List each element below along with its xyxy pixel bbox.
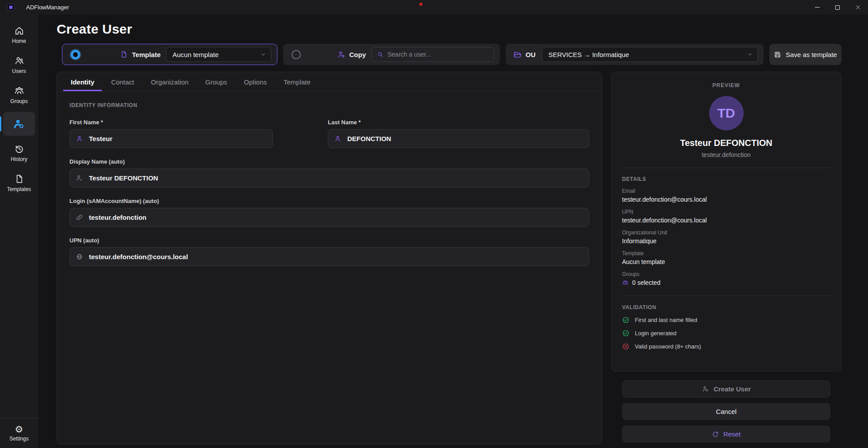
ou-label: OU xyxy=(526,51,536,58)
copy-source-card[interactable]: Copy xyxy=(283,44,500,65)
preview-title: PREVIEW xyxy=(622,82,830,88)
title-bar: ADFlowManager xyxy=(0,0,868,15)
x-circle-icon xyxy=(622,343,630,350)
tab-identity[interactable]: Identity xyxy=(63,73,102,91)
check-circle-icon xyxy=(622,316,630,324)
first-name-label: First Name * xyxy=(69,119,273,126)
sidebar-item-groups[interactable]: Groups xyxy=(3,82,35,108)
close-button[interactable] xyxy=(848,0,868,15)
user-add-icon xyxy=(702,385,709,393)
sidebar-item-templates[interactable]: Templates xyxy=(3,170,35,196)
sidebar-item-users[interactable]: Users xyxy=(3,52,35,78)
sidebar-item-create-user[interactable] xyxy=(3,112,35,136)
avatar: TD xyxy=(709,96,744,130)
validation-label: First and last name filled xyxy=(635,317,697,323)
document-icon xyxy=(120,50,128,58)
main-area: Create User Template Aucun template Copy xyxy=(38,15,868,448)
display-name-label: Display Name (auto) xyxy=(69,158,589,165)
sidebar-item-label: Templates xyxy=(7,186,31,192)
identity-section-title: IDENTITY INFORMATION xyxy=(69,102,589,108)
tab-template[interactable]: Template xyxy=(276,73,318,91)
close-icon xyxy=(855,4,861,10)
gear-icon: ⚙ xyxy=(15,425,23,434)
reset-button[interactable]: Reset xyxy=(622,425,830,443)
last-name-value: DEFONCTION xyxy=(347,135,391,142)
divider xyxy=(622,168,830,168)
validation-section-title: VALIDATION xyxy=(622,304,830,310)
sidebar-item-label: Groups xyxy=(10,98,27,104)
source-options-row: Template Aucun template Copy xyxy=(62,44,841,65)
page-title: Create User xyxy=(57,22,841,37)
minimize-button[interactable] xyxy=(807,0,827,15)
preview-login: testeur.defonction xyxy=(622,151,830,158)
sidebar-item-label: Settings xyxy=(9,436,28,442)
display-name-field[interactable]: Testeur DEFONCTION xyxy=(69,168,589,188)
sidebar-item-history[interactable]: History xyxy=(3,140,35,166)
home-icon xyxy=(14,26,24,36)
preview-column: PREVIEW TD Testeur DEFONCTION testeur.de… xyxy=(611,72,841,444)
preview-card: PREVIEW TD Testeur DEFONCTION testeur.de… xyxy=(611,72,841,371)
upn-label: UPN (auto) xyxy=(69,237,589,244)
copy-label: Copy xyxy=(350,51,366,58)
sidebar-item-home[interactable]: Home xyxy=(3,22,35,48)
user-search-box xyxy=(371,47,494,62)
window-controls xyxy=(807,0,868,15)
copy-radio[interactable] xyxy=(292,50,301,59)
cancel-button[interactable]: Cancel xyxy=(622,403,830,420)
create-user-button[interactable]: Create User xyxy=(622,380,830,398)
history-icon xyxy=(14,144,24,154)
app-title: ADFlowManager xyxy=(26,4,69,11)
upn-field[interactable]: testeur.defonction@cours.local xyxy=(69,247,589,266)
ou-select-value: SERVICES → Informatique xyxy=(549,51,744,58)
detail-value: Informatique xyxy=(622,237,830,245)
create-user-form-panel: Identity Contact Organization Groups Opt… xyxy=(57,72,602,444)
save-as-template-label: Save as template xyxy=(786,51,837,58)
sidebar-item-label: Home xyxy=(12,38,26,44)
tab-organization[interactable]: Organization xyxy=(143,73,196,91)
template-select-value: Aucun template xyxy=(173,51,257,58)
app-logo-icon xyxy=(7,4,15,11)
detail-row-upn: UPN testeur.defonction@cours.local xyxy=(622,209,830,224)
recording-dot-icon xyxy=(419,3,422,6)
template-select[interactable]: Aucun template xyxy=(166,47,271,62)
link-icon xyxy=(76,214,83,221)
validation-item: Valid password (8+ chars) xyxy=(622,343,830,350)
ou-label-group: OU xyxy=(513,50,536,59)
groups-icon xyxy=(14,86,24,96)
sidebar-item-label: Users xyxy=(12,68,26,74)
ou-card: OU SERVICES → Informatique xyxy=(506,44,764,65)
validation-label: Valid password (8+ chars) xyxy=(635,343,701,350)
template-radio[interactable] xyxy=(71,50,80,59)
save-as-template-button[interactable]: Save as template xyxy=(769,44,841,65)
tab-groups[interactable]: Groups xyxy=(198,73,234,91)
user-search-input[interactable] xyxy=(388,51,488,58)
create-user-label: Create User xyxy=(714,385,751,393)
tab-contact[interactable]: Contact xyxy=(104,73,142,91)
tab-options[interactable]: Options xyxy=(236,73,274,91)
refresh-icon xyxy=(712,431,719,438)
user-check-icon xyxy=(76,174,83,182)
sidebar-item-settings[interactable]: ⚙ Settings xyxy=(0,418,38,448)
templates-icon xyxy=(14,174,24,184)
maximize-button[interactable] xyxy=(827,0,848,15)
sidebar-item-label: History xyxy=(11,156,27,162)
validation-item: First and last name filled xyxy=(622,316,830,324)
divider xyxy=(622,295,830,296)
login-value: testeur.defonction xyxy=(89,214,146,221)
template-source-card[interactable]: Template Aucun template xyxy=(62,44,277,65)
detail-label: UPN xyxy=(622,209,830,215)
sidebar: Home Users Groups History Templates ⚙ Se… xyxy=(0,15,38,448)
ou-select[interactable]: SERVICES → Informatique xyxy=(542,47,758,62)
cancel-label: Cancel xyxy=(716,408,737,415)
validation-item: Login generated xyxy=(622,329,830,337)
first-name-field[interactable]: Testeur xyxy=(69,129,273,148)
preview-display-name: Testeur DEFONCTION xyxy=(622,138,830,148)
details-section-title: DETAILS xyxy=(622,176,830,182)
detail-label: Email xyxy=(622,188,830,194)
last-name-field[interactable]: DEFONCTION xyxy=(328,129,589,148)
login-label: Login (sAMAccountName) (auto) xyxy=(69,198,589,204)
folder-icon xyxy=(513,50,522,59)
login-field[interactable]: testeur.defonction xyxy=(69,208,589,227)
minimize-icon xyxy=(815,7,820,8)
check-circle-icon xyxy=(622,329,630,337)
